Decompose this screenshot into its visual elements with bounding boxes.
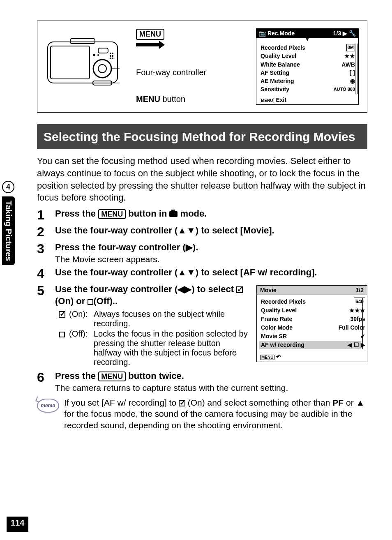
- camera-back-drawing: [46, 30, 120, 104]
- step-number: 6: [37, 370, 55, 385]
- checkbox-off-icon: [88, 299, 93, 305]
- menu-button-label: MENU button: [136, 95, 185, 104]
- lcd1-row-value: [ ]: [350, 69, 355, 77]
- checkbox-on-icon: [59, 311, 65, 318]
- svg-point-13: [110, 58, 111, 59]
- camera-illustration: MENU Four-way controller MENU button: [46, 29, 206, 104]
- lcd2-row-label-selected: AF w/ recording: [261, 341, 304, 349]
- lcd1-row-value: 8M: [346, 44, 355, 51]
- lcd2-row-label: Frame Rate: [261, 315, 292, 323]
- step-3-sub: The Movie screen appears.: [55, 254, 367, 264]
- svg-point-3: [93, 60, 111, 78]
- step-3-title: Press the four-way controller (▶).: [55, 242, 367, 254]
- lcd1-page: 1/3 ▶ 🔧: [333, 30, 356, 37]
- lcd1-row-label: Quality Level: [261, 52, 296, 60]
- checkbox-on-icon: [179, 400, 185, 406]
- lcd2-row-label: Quality Level: [261, 306, 297, 315]
- svg-rect-5: [98, 48, 108, 53]
- svg-point-10: [112, 53, 113, 54]
- svg-point-14: [112, 58, 113, 59]
- lcd2-row-value: 30fps: [350, 315, 365, 323]
- lcd2-row-label: Recorded Pixels: [261, 298, 306, 306]
- step-6-sub: The camera returns to capture status wit…: [55, 383, 367, 393]
- svg-rect-1: [51, 46, 90, 79]
- step-number: 3: [37, 242, 55, 256]
- svg-point-7: [93, 54, 95, 56]
- chapter-number: 4: [2, 181, 14, 193]
- lcd2-row-value: ★★★: [349, 306, 365, 315]
- lcd2-title: Movie: [260, 287, 277, 293]
- svg-point-8: [97, 54, 99, 56]
- lcd1-row-value: AUTO 800: [334, 86, 355, 93]
- step-number: 1: [37, 208, 55, 222]
- option-descriptions: (On): Always focuses on the subject whil…: [55, 309, 249, 367]
- step-number: 5: [37, 284, 55, 298]
- lcd1-row-label: Sensitivity: [261, 85, 289, 93]
- instruction-steps: 1 Press the MENU button in mode. 2 Use t…: [37, 208, 367, 393]
- lcd2-row-label: Movie SR: [261, 332, 287, 341]
- page-number: 114: [7, 517, 28, 532]
- menu-icon-label: MENU: [136, 29, 164, 51]
- arrow-right-icon: [136, 43, 161, 46]
- four-way-controller-label: Four-way controller: [136, 68, 206, 77]
- lcd2-row-label: Color Mode: [261, 323, 293, 332]
- section-heading: Selecting the Focusing Method for Record…: [37, 124, 367, 150]
- svg-rect-2: [70, 39, 95, 44]
- lcd1-title: 📷 Rec.Mode: [259, 30, 295, 37]
- lcd1-row-value: ★★: [344, 52, 355, 60]
- lcd2-row-value-selected: ◀ ☐ ▶: [348, 341, 365, 349]
- step-5-title: Use the four-way controller (◀▶) to sele…: [55, 284, 249, 307]
- svg-point-11: [110, 55, 111, 57]
- checkbox-off-icon: [59, 332, 65, 337]
- caret-down-icon: ▼: [256, 38, 358, 41]
- lcd1-row-value: AWB: [341, 60, 355, 69]
- chapter-label: Taking Pictures: [2, 196, 15, 265]
- lcd2-row-value: Full Color: [339, 323, 365, 332]
- lcd2-footer: MENU ↶: [257, 352, 367, 362]
- step-4-title: Use the four-way controller (▲▼) to sele…: [55, 267, 367, 279]
- step-number: 4: [37, 267, 55, 281]
- step-2-title: Use the four-way controller (▲▼) to sele…: [55, 225, 367, 237]
- lcd1-scrollbar: [355, 44, 357, 94]
- lcd2-page: 1/2: [356, 287, 364, 293]
- step-1-title: Press the MENU button in mode.: [55, 208, 367, 220]
- svg-point-9: [110, 53, 111, 54]
- lcd1-row-label: Recorded Pixels: [261, 44, 305, 52]
- menu-box-icon: MENU: [98, 209, 126, 219]
- memo-icon: memo: [37, 399, 59, 413]
- memo-text: If you set [AF w/ recording] to (On) and…: [64, 397, 367, 431]
- checkbox-on-icon: [236, 286, 243, 293]
- lcd1-row-label: White Balance: [261, 60, 300, 69]
- lcd-movie-menu: Movie 1/2 Recorded Pixels640 Quality Lev…: [256, 285, 367, 362]
- lcd2-row-value: 640: [354, 298, 365, 306]
- menu-box-icon: MENU: [136, 29, 164, 40]
- lcd1-row-label: AF Setting: [261, 69, 289, 77]
- svg-point-12: [112, 55, 113, 57]
- lcd-rec-mode: 📷 Rec.Mode 1/3 ▶ 🔧 ▼ Recorded Pixels8M Q…: [256, 28, 359, 105]
- step-6-title: Press the MENU button twice.: [55, 370, 367, 382]
- menu-box-icon: MENU: [98, 372, 126, 381]
- lcd1-row-value: ◉: [350, 77, 355, 85]
- svg-point-4: [98, 65, 106, 73]
- camera-and-lcd-figure: MENU Four-way controller MENU button 📷 R…: [37, 21, 367, 113]
- chapter-tab: 4 Taking Pictures: [0, 181, 16, 265]
- lcd2-row-value: ✔: [360, 332, 365, 341]
- memo-note: memo If you set [AF w/ recording] to (On…: [37, 397, 367, 431]
- step-number: 2: [37, 225, 55, 239]
- mountain-icon: ▲: [356, 397, 365, 408]
- camera-mode-icon: [169, 211, 178, 217]
- lcd1-row-label: AE Metering: [261, 77, 294, 85]
- lcd1-footer: MENUExit: [256, 95, 358, 104]
- intro-paragraph: You can set the focusing method used whe…: [37, 155, 367, 204]
